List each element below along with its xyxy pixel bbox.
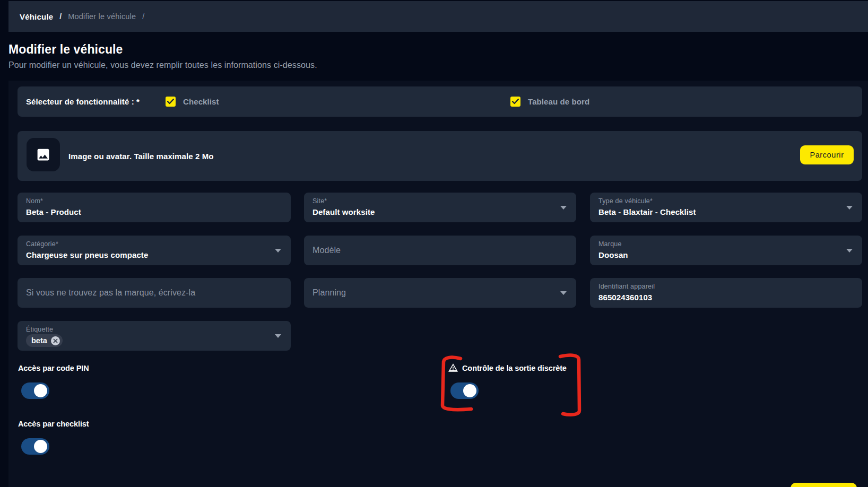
toggle-acces-pin[interactable] [21, 382, 49, 399]
toggle-knob [34, 440, 47, 453]
field-value: 865024360103 [598, 293, 862, 302]
tag-chip-label: beta [31, 336, 47, 345]
breadcrumb-item-modifier[interactable]: Modifier le véhicule [68, 12, 136, 21]
toggle-label-controle-sortie-discrete: Contrôle de la sortie discrète [448, 363, 567, 372]
image-placeholder [27, 138, 60, 171]
field-site[interactable]: Site* Default worksite [304, 193, 576, 222]
image-upload-caption: Image ou avatar. Taille maximale 2 Mo [68, 131, 214, 181]
field-etiquette[interactable]: Étiquette beta [18, 321, 291, 351]
feature-selector-label: Sélecteur de fonctionnalité : * [26, 86, 140, 117]
field-placeholder: Planning [313, 278, 576, 308]
checkbox-label: Tableau de bord [528, 97, 589, 106]
save-button-partial[interactable] [791, 483, 857, 487]
chevron-down-icon[interactable] [846, 249, 853, 253]
feature-selector-card: Sélecteur de fonctionnalité : * Checklis… [18, 86, 862, 117]
checkbox-tableau-de-bord[interactable]: Tableau de bord [510, 86, 589, 117]
close-icon [53, 338, 58, 343]
chevron-down-icon[interactable] [275, 249, 281, 253]
field-label: Catégorie* [26, 240, 291, 248]
field-nom[interactable]: Nom* Beta - Product [18, 193, 291, 222]
page-title: Modifier le véhicule [8, 42, 123, 57]
field-label: Étiquette [26, 326, 291, 333]
toggle-knob [34, 384, 47, 397]
check-icon [512, 99, 519, 105]
field-type-vehicule[interactable]: Type de véhicule* Beta - Blaxtair - Chec… [590, 193, 862, 222]
form-panel: Sélecteur de fonctionnalité : * Checklis… [8, 81, 868, 487]
field-marque-libre[interactable]: Si vous ne trouvez pas la marque, écrive… [18, 278, 291, 308]
breadcrumb: Véhicule / Modifier le véhicule / [8, 1, 868, 32]
browse-button[interactable]: Parcourir [800, 145, 854, 164]
toggle-knob [463, 384, 476, 397]
toggle-acces-checklist[interactable] [21, 438, 49, 455]
chevron-down-icon[interactable] [846, 206, 853, 210]
chip-remove-button[interactable] [51, 336, 60, 345]
field-placeholder: Modèle [313, 236, 576, 265]
field-label: Nom* [26, 197, 291, 205]
checkbox-checklist[interactable]: Checklist [166, 86, 219, 117]
field-value: Default worksite [313, 207, 576, 216]
toggle-label-acces-checklist: Accès par checklist [18, 420, 89, 428]
chevron-down-icon[interactable] [560, 291, 567, 295]
field-label: Marque [598, 240, 862, 248]
field-marque[interactable]: Marque Doosan [590, 236, 862, 265]
field-modele[interactable]: Modèle [304, 236, 576, 265]
field-planning[interactable]: Planning [304, 278, 576, 308]
field-label: Type de véhicule* [598, 197, 862, 205]
check-icon [167, 99, 174, 105]
toggle-controle-sortie-discrete[interactable] [450, 382, 479, 399]
warning-icon [448, 363, 458, 372]
checkbox-checked-icon[interactable] [166, 97, 176, 107]
checkbox-label: Checklist [183, 97, 219, 106]
image-icon [36, 147, 51, 162]
field-label: Site* [313, 197, 576, 205]
field-value: Doosan [598, 250, 862, 259]
chevron-down-icon[interactable] [275, 334, 281, 338]
chevron-down-icon[interactable] [560, 206, 567, 210]
field-value: Chargeuse sur pneus compacte [26, 250, 291, 259]
tag-chip-beta: beta [26, 334, 63, 347]
toggle-label-acces-pin: Accès par code PIN [18, 364, 89, 372]
field-categorie[interactable]: Catégorie* Chargeuse sur pneus compacte [18, 236, 291, 265]
toggle-label-text: Contrôle de la sortie discrète [462, 364, 567, 372]
breadcrumb-separator: / [142, 12, 144, 21]
image-upload-card: Image ou avatar. Taille maximale 2 Mo Pa… [18, 131, 862, 181]
field-placeholder: Si vous ne trouvez pas la marque, écrive… [26, 278, 291, 308]
breadcrumb-item-vehicule[interactable]: Véhicule [20, 12, 53, 21]
page-subtitle: Pour modifier un véhicule, vous devez re… [8, 60, 317, 70]
field-label: Identifiant appareil [598, 283, 862, 290]
breadcrumb-separator: / [59, 12, 62, 21]
field-identifiant-appareil[interactable]: Identifiant appareil 865024360103 [590, 278, 862, 308]
field-value: Beta - Blaxtair - Checklist [598, 207, 862, 216]
checkbox-checked-icon[interactable] [510, 97, 520, 107]
field-value: Beta - Product [26, 207, 291, 216]
